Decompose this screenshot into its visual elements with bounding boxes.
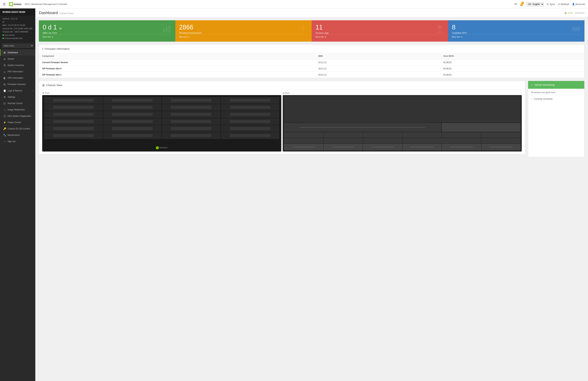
drive-bay (103, 118, 162, 125)
sidebar-item-sign-out[interactable]: → Sign out (0, 138, 35, 145)
bmc-uptime-icon (161, 23, 172, 37)
nav-icon-sign-out: → (3, 140, 6, 143)
chassis-front-label: 🖥 Front (42, 92, 281, 94)
sidebar-item-gpu-information[interactable]: ◧ GPU Information (0, 75, 35, 81)
svg-rect-12 (578, 27, 580, 29)
drive-bay (103, 104, 162, 111)
ip-label: IP : (2, 21, 33, 24)
pending-more[interactable]: More info ➜ (179, 34, 308, 38)
email-icon[interactable]: ✉ (515, 2, 517, 6)
nav-icon-settings: ⚙ (3, 95, 6, 98)
access-logs-icon (434, 23, 445, 37)
main-content: Dashboard Control Panel 🏠 Home › Dashboa… (35, 8, 588, 381)
breadcrumb-current: Dashboard (575, 12, 585, 14)
drive-bay (44, 125, 103, 132)
nav-label-sensor: Sensor (8, 58, 14, 60)
mac-label: MAC : 5C:FF:35:FC:03:E9 (2, 24, 33, 27)
fw-col-bios: Host BIOS (440, 53, 584, 59)
drive-bay (221, 125, 279, 132)
sidebar-item-dashboard[interactable]: ⊞ Dashboard (0, 49, 35, 56)
notification-badge: 1 (522, 2, 524, 4)
svg-point-8 (438, 25, 442, 29)
sidebar-item-firmware-inventory[interactable]: ⊟ Firmware Inventory (0, 81, 35, 88)
refresh-button[interactable]: ↺ Refresh (558, 3, 569, 6)
breadcrumb-home-link[interactable]: Home (568, 12, 573, 14)
drive-bay (44, 118, 103, 125)
nav-label-sign-out: Sign out (8, 140, 15, 143)
chassis-front-nvidia: NVIDIA (156, 146, 168, 149)
chassis-view-section: ▦ Chassis View 🖥 Front (39, 81, 525, 154)
quicklinks-select[interactable]: Quick Links.. (2, 44, 34, 48)
sidebar-item-power-control[interactable]: ⚡ Power Control (0, 119, 35, 126)
nav-label-power-control: Power Control (8, 121, 21, 124)
chassis-back-panel: 🖥 Back (283, 92, 522, 152)
sensor-recovered-icon: ✓ (531, 98, 533, 100)
brand-logo: NVIDIA DGX | Baseboard Management Contro… (9, 2, 67, 6)
nav-icon-gpu-information: ◧ (3, 76, 6, 79)
back-icon: 🖥 (283, 92, 285, 94)
svg-rect-13 (573, 30, 579, 31)
sidebar-item-image-redirection[interactable]: ⬚ Image Redirection (0, 107, 35, 113)
sidebar-brand: NVIDIA DGX® B200 (0, 8, 35, 16)
fw-bmc: 24.11.11 (315, 59, 440, 66)
drive-bay (103, 133, 162, 139)
bmc-uptime-more[interactable]: More info ➜ (43, 34, 171, 38)
sidebar-item-sensor[interactable]: ◎ Sensor (0, 56, 35, 62)
available-gpu-label: Available GPU (452, 32, 581, 34)
topnav-subtitle: DGX | Baseboard Management Controller (25, 3, 67, 5)
svg-text:NVIDIA: NVIDIA (14, 3, 22, 6)
firmware-info-section: ℹ Firmware Information Component BMC Hos… (39, 44, 585, 78)
sensor-monitoring-section: ✓ Sensor Monitoring All sensors are good… (528, 81, 585, 157)
uptime-label: UpTime : 0 d 1 hr (2, 17, 33, 20)
nav-label-image-redirection: Image Redirection (8, 109, 25, 111)
page-title: Dashboard (39, 11, 58, 15)
sidebar-item-logs-reports[interactable]: 📋 Logs & Reports › (0, 88, 35, 94)
nav-icon-sensor: ◎ (3, 57, 6, 60)
chassis-icon: ▦ (42, 83, 45, 87)
nav-icon-logs-reports: 📋 (3, 89, 6, 92)
sidebar-item-chassis-led[interactable]: 🔑 Chassis ID LED Control (0, 126, 35, 132)
pending-value: 2866 (179, 24, 308, 31)
fw-bios: 01.06.01 (440, 59, 584, 66)
page-subtitle: Control Panel (60, 12, 74, 15)
sidebar-item-maintenance[interactable]: 🔧 Maintenance (0, 132, 35, 138)
drive-bay (221, 133, 279, 139)
sensor-monitoring-body: All sensors are good now! ✓ Currently re… (528, 89, 584, 104)
notification-icon[interactable]: 🔔 1 (520, 2, 523, 6)
access-logs-more[interactable]: More info ➜ (315, 34, 444, 38)
drive-bay (221, 104, 279, 111)
sidebar-item-host-diagnostics[interactable]: ⬛ Host System Diagnostics (0, 113, 35, 119)
available-gpu-more[interactable]: More info ➜ (452, 34, 581, 38)
nav-icon-host-diagnostics: ⬛ (3, 115, 6, 117)
sync-button[interactable]: ↻ Sync (547, 3, 555, 6)
table-row: AP Firmware Slot 0 24.11.11 01.06.01 (39, 65, 584, 72)
sidebar-item-fru-information[interactable]: △ FRU Information (0, 68, 35, 75)
nav-icon-fru-information: △ (3, 70, 6, 73)
sidebar-item-remote-control[interactable]: ⊡ Remote Control (0, 100, 35, 107)
nav-icon-power-control: ⚡ (3, 121, 6, 124)
back-panel-body (283, 95, 522, 152)
front-icon: 🖥 (42, 92, 44, 94)
breadcrumb: 🏠 Home › Dashboard (565, 12, 585, 14)
user-menu[interactable]: 👤 jbessoudo (572, 3, 585, 5)
nav-label-dashboard: Dashboard (8, 51, 18, 54)
nav-label-fru-information: FRU Information (8, 70, 23, 73)
drive-bay (44, 104, 103, 111)
hamburger-menu[interactable]: ☰ (3, 2, 6, 6)
sidebar-item-settings[interactable]: ⚙ Settings (0, 94, 35, 100)
bottom-grid: ▦ Chassis View 🖥 Front (39, 81, 585, 157)
table-row: Current Firmware Version 24.11.11 01.06.… (39, 59, 584, 66)
sidebar-item-system-inventory[interactable]: ☰ System Inventory (0, 62, 35, 68)
fw-bmc: 24.11.11 (315, 65, 440, 72)
nav-label-system-inventory: System Inventory (8, 64, 24, 66)
page-header: Dashboard Control Panel 🏠 Home › Dashboa… (35, 8, 588, 18)
info-icon: ℹ (42, 47, 43, 50)
drive-bay (103, 97, 162, 104)
bmc-uptime-label: BMC Up Time (43, 32, 171, 34)
nav-icon-system-inventory: ☰ (3, 64, 6, 67)
nav-label-gpu-information: GPU Information (8, 77, 23, 79)
host-status-label: Host Online (2, 34, 33, 37)
sensor-monitoring-header: ✓ Sensor Monitoring (528, 81, 584, 89)
access-logs-label: Access Logs (315, 32, 444, 34)
language-selector[interactable]: US - English (526, 2, 544, 6)
